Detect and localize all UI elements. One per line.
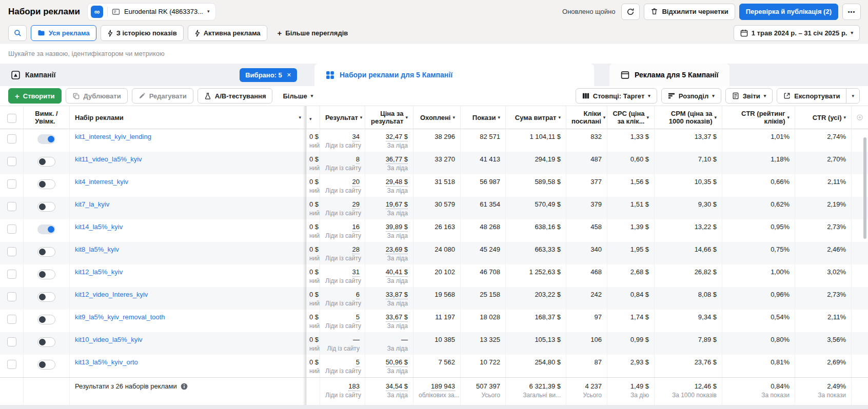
cell-cost: 19,67 $За ліда — [365, 197, 413, 219]
review-publish-button[interactable]: Перевірка й публікація (2) — [739, 4, 838, 20]
budget-sliver-cell: 0 $ний — [307, 242, 320, 264]
cell-ctr_link: 0,81% — [722, 355, 795, 377]
row-checkbox[interactable] — [7, 202, 16, 211]
column-header-hidden[interactable]: ▾ — [307, 106, 320, 129]
reports-button[interactable]: Звіти ▾ — [725, 88, 773, 104]
plus-icon: + — [15, 92, 19, 100]
create-button[interactable]: + Створити — [8, 88, 62, 104]
adset-toggle[interactable] — [37, 315, 55, 324]
edit-button[interactable]: Редагувати — [132, 88, 193, 104]
account-name: Eurodental RK (4863373... — [124, 8, 203, 15]
select-all-checkbox[interactable] — [7, 114, 16, 123]
horizontal-scrollbar-track[interactable] — [0, 405, 868, 409]
column-header-result[interactable]: Результат▾ — [320, 106, 365, 129]
row-checkbox[interactable] — [7, 134, 16, 144]
cell-reach: 26 163 — [413, 219, 461, 242]
row-checkbox[interactable] — [7, 247, 16, 256]
add-column-button[interactable] — [852, 106, 868, 129]
cell-ctr_link: 1,18% — [722, 152, 795, 174]
discard-drafts-button[interactable]: Відхилити чернетки — [644, 4, 735, 20]
tab-adsets[interactable]: Набори реклами для 5 Кампанії — [314, 64, 594, 86]
adset-toggle[interactable] — [37, 337, 55, 347]
columns-button[interactable]: Стовпці: Таргет ▾ — [576, 88, 657, 104]
column-header-clicks[interactable]: Кліки посилані▾ — [566, 106, 607, 129]
filter-had-delivery[interactable]: З історією показів — [101, 25, 184, 41]
adset-name-link[interactable]: kit10_video_la5%_kyiv — [75, 336, 143, 343]
row-checkbox[interactable] — [7, 224, 16, 234]
adset-name-link[interactable]: kit4_interrest_kyiv — [75, 178, 128, 186]
close-icon[interactable]: ✕ — [287, 72, 291, 78]
row-checkbox[interactable] — [7, 270, 16, 279]
row-checkbox[interactable] — [7, 292, 16, 301]
account-selector[interactable]: ∞ Eurodental RK (4863373... ▾ — [87, 3, 216, 21]
adset-toggle[interactable] — [37, 179, 55, 189]
adset-toggle[interactable] — [37, 157, 55, 167]
more-views-button[interactable]: + Більше переглядів — [271, 25, 354, 41]
tab-ads[interactable]: Реклама для 5 Кампанії — [609, 64, 729, 86]
search-input[interactable] — [8, 50, 860, 57]
more-options-button[interactable]: ••• — [842, 4, 861, 20]
table-row: kit10_video_la5%_kyiv0 $ний—Лід із сайту… — [0, 332, 868, 355]
adset-name-link[interactable]: kit11_video_la5%_kyiv — [75, 155, 142, 163]
row-checkbox[interactable] — [7, 360, 16, 369]
search-button[interactable] — [8, 25, 27, 41]
column-header-name[interactable]: Набір реклами▾ — [70, 106, 307, 129]
date-range-picker[interactable]: 1 трав 2024 р. – 31 січ 2025 р. ▾ — [734, 25, 860, 41]
refresh-button[interactable] — [621, 4, 640, 20]
cell-cpc: 2,68 $ — [607, 264, 655, 287]
column-header-cost[interactable]: Ціна за результат▾ — [365, 106, 413, 129]
column-header-impressions[interactable]: Покази▾ — [461, 106, 506, 129]
row-checkbox[interactable] — [7, 179, 16, 189]
column-header-spend[interactable]: Сума витрат▾ — [506, 106, 566, 129]
summary-cost: 34,54 $За ліда — [365, 378, 413, 405]
duplicate-button[interactable]: Дублювати — [66, 88, 128, 104]
adset-name-link[interactable]: kit9_la5%_kyiv_removal_tooth — [75, 313, 165, 321]
adset-toggle[interactable] — [37, 134, 55, 144]
budget-sliver-cell: 0 $ний — [307, 332, 320, 355]
updated-status: Оновлено щойно — [562, 8, 615, 15]
column-header-cpm[interactable]: CPM (ціна за 1000 показів)▾ — [655, 106, 722, 129]
row-checkbox[interactable] — [7, 315, 16, 324]
cell-ctr_link: 0,96% — [722, 287, 795, 310]
breakdown-button[interactable]: Розподіл ▾ — [661, 88, 721, 104]
export-options-button[interactable]: ▾ — [846, 89, 859, 103]
column-header-ctr_all[interactable]: CTR (усі)▾ — [795, 106, 852, 129]
adset-toggle[interactable] — [37, 202, 55, 212]
row-checkbox[interactable] — [7, 337, 16, 346]
adset-name-link[interactable]: kit13_la5%_kyiv_orto — [75, 358, 138, 366]
adset-toggle[interactable] — [37, 360, 55, 370]
adset-name-link[interactable]: kit12_la5%_kyiv — [75, 268, 123, 276]
cell-ctr_link: 0,75% — [722, 242, 795, 264]
chevron-down-icon: ▾ — [764, 94, 766, 98]
filter-all-ads[interactable]: Уся реклама — [31, 25, 96, 41]
adset-toggle[interactable] — [37, 247, 55, 257]
column-header-cpc[interactable]: CPC (ціна за клік...▾ — [607, 106, 655, 129]
export-button[interactable]: Експортувати — [777, 89, 846, 103]
row-checkbox[interactable] — [7, 157, 16, 166]
adset-toggle[interactable] — [37, 292, 55, 302]
summary-reach: 189 943облікових за... — [413, 378, 461, 405]
ab-test-button[interactable]: А/В-тестування — [198, 88, 273, 104]
vertical-scrollbar-thumb[interactable] — [863, 137, 866, 239]
column-header-ctr_link[interactable]: CTR (рейтинг кліків)▾ — [722, 106, 795, 129]
cell-result: 8Ліди із сайту — [320, 152, 365, 174]
adset-name-link[interactable]: kit14_la5%_kyiv — [75, 223, 123, 231]
table-row: kit13_la5%_kyiv_orto0 $ний5Ліди із сайту… — [0, 355, 868, 377]
tab-campaigns[interactable]: Кампанії Вибрано: 5 ✕ — [8, 64, 303, 86]
filter-active-ads[interactable]: Активна реклама — [188, 25, 267, 41]
selected-count-badge[interactable]: Вибрано: 5 ✕ — [240, 68, 297, 82]
more-actions-button[interactable]: Більше ▾ — [277, 88, 319, 104]
sort-caret-icon: ▾ — [843, 115, 846, 120]
calendar-icon — [740, 29, 748, 37]
cell-cpc: 0,99 $ — [607, 332, 655, 355]
adset-name-link[interactable]: kit7_la_kyiv — [75, 200, 109, 208]
adset-name-link[interactable]: kit1_interest_kyiv_lending — [75, 133, 151, 140]
adset-name-link[interactable]: kit8_la5%_kyiv — [75, 246, 119, 253]
cell-impressions: 45 249 — [461, 242, 506, 264]
row-select-cell — [0, 332, 24, 355]
column-header-reach[interactable]: Охоплені▾ — [413, 106, 461, 129]
adset-toggle[interactable] — [37, 270, 55, 279]
adset-name-link[interactable]: kit12_video_Interes_kyiv — [75, 291, 148, 298]
adset-toggle[interactable] — [37, 224, 55, 234]
cell-reach: 30 579 — [413, 197, 461, 219]
